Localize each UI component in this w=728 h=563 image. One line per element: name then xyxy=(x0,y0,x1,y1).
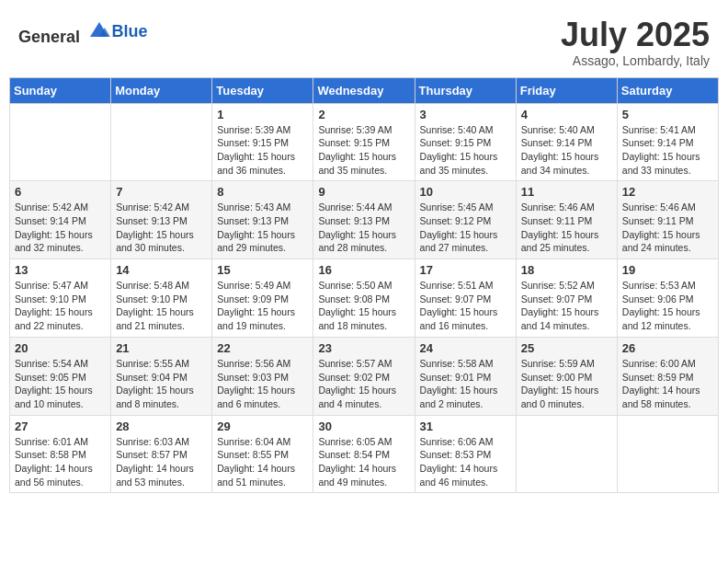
day-number: 24 xyxy=(420,341,511,355)
calendar-day: 1Sunrise: 5:39 AMSunset: 9:15 PMDaylight… xyxy=(212,103,313,181)
day-info: Sunrise: 5:49 AMSunset: 9:09 PMDaylight:… xyxy=(217,279,308,333)
calendar-day: 11Sunrise: 5:46 AMSunset: 9:11 PMDayligh… xyxy=(516,181,617,259)
day-info: Sunrise: 5:45 AMSunset: 9:12 PMDaylight:… xyxy=(420,201,511,255)
day-number: 19 xyxy=(622,263,713,277)
calendar-day: 26Sunrise: 6:00 AMSunset: 8:59 PMDayligh… xyxy=(617,337,718,415)
calendar-day: 8Sunrise: 5:43 AMSunset: 9:13 PMDaylight… xyxy=(212,181,313,259)
day-number: 16 xyxy=(318,263,409,277)
weekday-header: Friday xyxy=(516,77,617,103)
calendar-week: 27Sunrise: 6:01 AMSunset: 8:58 PMDayligh… xyxy=(10,415,719,493)
calendar-day: 31Sunrise: 6:06 AMSunset: 8:53 PMDayligh… xyxy=(415,415,516,493)
day-info: Sunrise: 5:48 AMSunset: 9:10 PMDaylight:… xyxy=(116,279,207,333)
weekday-header: Sunday xyxy=(10,77,111,103)
day-info: Sunrise: 5:59 AMSunset: 9:00 PMDaylight:… xyxy=(521,357,612,411)
calendar-day: 15Sunrise: 5:49 AMSunset: 9:09 PMDayligh… xyxy=(212,259,313,338)
day-info: Sunrise: 5:51 AMSunset: 9:07 PMDaylight:… xyxy=(420,279,511,333)
day-info: Sunrise: 5:43 AMSunset: 9:13 PMDaylight:… xyxy=(217,201,308,255)
calendar-day: 23Sunrise: 5:57 AMSunset: 9:02 PMDayligh… xyxy=(313,337,415,415)
day-info: Sunrise: 5:46 AMSunset: 9:11 PMDaylight:… xyxy=(521,201,612,255)
calendar-day: 21Sunrise: 5:55 AMSunset: 9:04 PMDayligh… xyxy=(111,337,212,415)
day-number: 13 xyxy=(15,263,106,277)
day-number: 31 xyxy=(420,419,511,433)
day-info: Sunrise: 5:56 AMSunset: 9:03 PMDaylight:… xyxy=(217,357,308,411)
day-number: 1 xyxy=(217,108,308,121)
calendar-day: 20Sunrise: 5:54 AMSunset: 9:05 PMDayligh… xyxy=(10,337,111,415)
logo-icon xyxy=(86,17,112,42)
calendar-week: 13Sunrise: 5:47 AMSunset: 9:10 PMDayligh… xyxy=(10,259,719,338)
calendar-day: 29Sunrise: 6:04 AMSunset: 8:55 PMDayligh… xyxy=(212,415,313,493)
calendar-day: 18Sunrise: 5:52 AMSunset: 9:07 PMDayligh… xyxy=(516,259,617,338)
day-info: Sunrise: 6:06 AMSunset: 8:53 PMDaylight:… xyxy=(420,435,511,489)
day-info: Sunrise: 5:57 AMSunset: 9:02 PMDaylight:… xyxy=(318,357,409,411)
page-header: General Blue July 2025 Assago, Lombardy,… xyxy=(9,9,719,72)
calendar-day: 19Sunrise: 5:53 AMSunset: 9:06 PMDayligh… xyxy=(617,259,718,338)
day-number: 28 xyxy=(116,419,207,433)
day-number: 27 xyxy=(15,419,106,433)
day-number: 25 xyxy=(521,341,612,355)
day-info: Sunrise: 5:55 AMSunset: 9:04 PMDaylight:… xyxy=(116,357,207,411)
day-info: Sunrise: 5:58 AMSunset: 9:01 PMDaylight:… xyxy=(420,357,511,411)
calendar-day: 25Sunrise: 5:59 AMSunset: 9:00 PMDayligh… xyxy=(516,337,617,415)
day-info: Sunrise: 6:03 AMSunset: 8:57 PMDaylight:… xyxy=(116,435,207,489)
day-number: 15 xyxy=(217,263,308,277)
day-number: 7 xyxy=(116,185,207,199)
calendar-day: 5Sunrise: 5:41 AMSunset: 9:14 PMDaylight… xyxy=(617,103,718,181)
calendar-week: 20Sunrise: 5:54 AMSunset: 9:05 PMDayligh… xyxy=(10,337,719,415)
weekday-header: Wednesday xyxy=(313,77,415,103)
day-number: 5 xyxy=(622,108,713,121)
day-number: 2 xyxy=(318,108,409,121)
day-info: Sunrise: 6:04 AMSunset: 8:55 PMDaylight:… xyxy=(217,435,308,489)
day-info: Sunrise: 5:52 AMSunset: 9:07 PMDaylight:… xyxy=(521,279,612,333)
day-info: Sunrise: 6:01 AMSunset: 8:58 PMDaylight:… xyxy=(15,435,106,489)
calendar-day: 17Sunrise: 5:51 AMSunset: 9:07 PMDayligh… xyxy=(415,259,516,338)
day-number: 12 xyxy=(622,185,713,199)
day-number: 29 xyxy=(217,419,308,433)
day-info: Sunrise: 5:40 AMSunset: 9:15 PMDaylight:… xyxy=(420,123,511,178)
calendar-day: 12Sunrise: 5:46 AMSunset: 9:11 PMDayligh… xyxy=(617,181,718,259)
day-number: 18 xyxy=(521,263,612,277)
title-area: July 2025 Assago, Lombardy, Italy xyxy=(561,17,710,68)
calendar-day: 6Sunrise: 5:42 AMSunset: 9:14 PMDaylight… xyxy=(10,181,111,259)
calendar-day: 10Sunrise: 5:45 AMSunset: 9:12 PMDayligh… xyxy=(415,181,516,259)
day-info: Sunrise: 5:44 AMSunset: 9:13 PMDaylight:… xyxy=(318,201,409,255)
day-number: 21 xyxy=(116,341,207,355)
calendar-day: 14Sunrise: 5:48 AMSunset: 9:10 PMDayligh… xyxy=(111,259,212,338)
logo-general: General xyxy=(18,28,80,46)
calendar-day: 2Sunrise: 5:39 AMSunset: 9:15 PMDaylight… xyxy=(313,103,415,181)
calendar-day xyxy=(617,415,718,493)
day-info: Sunrise: 5:50 AMSunset: 9:08 PMDaylight:… xyxy=(318,279,409,333)
calendar-day: 27Sunrise: 6:01 AMSunset: 8:58 PMDayligh… xyxy=(10,415,111,493)
calendar-day xyxy=(10,103,111,181)
logo-blue: Blue xyxy=(112,22,148,40)
day-number: 26 xyxy=(622,341,713,355)
day-number: 10 xyxy=(420,185,511,199)
day-info: Sunrise: 5:46 AMSunset: 9:11 PMDaylight:… xyxy=(622,201,713,255)
calendar-day xyxy=(516,415,617,493)
day-number: 14 xyxy=(116,263,207,277)
weekday-header: Thursday xyxy=(415,77,516,103)
day-info: Sunrise: 5:47 AMSunset: 9:10 PMDaylight:… xyxy=(15,279,106,333)
day-number: 8 xyxy=(217,185,308,199)
calendar-day: 22Sunrise: 5:56 AMSunset: 9:03 PMDayligh… xyxy=(212,337,313,415)
calendar-day: 30Sunrise: 6:05 AMSunset: 8:54 PMDayligh… xyxy=(313,415,415,493)
calendar-week: 6Sunrise: 5:42 AMSunset: 9:14 PMDaylight… xyxy=(10,181,719,259)
day-info: Sunrise: 5:42 AMSunset: 9:14 PMDaylight:… xyxy=(15,201,106,255)
day-number: 11 xyxy=(521,185,612,199)
weekday-header: Tuesday xyxy=(212,77,313,103)
calendar-day xyxy=(111,103,212,181)
day-number: 4 xyxy=(521,108,612,121)
day-number: 20 xyxy=(15,341,106,355)
day-number: 6 xyxy=(15,185,106,199)
weekday-header: Saturday xyxy=(617,77,718,103)
day-info: Sunrise: 5:54 AMSunset: 9:05 PMDaylight:… xyxy=(15,357,106,411)
calendar-week: 1Sunrise: 5:39 AMSunset: 9:15 PMDaylight… xyxy=(10,103,719,181)
day-info: Sunrise: 5:41 AMSunset: 9:14 PMDaylight:… xyxy=(622,123,713,178)
day-info: Sunrise: 5:40 AMSunset: 9:14 PMDaylight:… xyxy=(521,123,612,178)
day-number: 9 xyxy=(318,185,409,199)
day-number: 3 xyxy=(420,108,511,121)
calendar-day: 16Sunrise: 5:50 AMSunset: 9:08 PMDayligh… xyxy=(313,259,415,338)
month-title: July 2025 xyxy=(561,17,710,53)
day-info: Sunrise: 6:00 AMSunset: 8:59 PMDaylight:… xyxy=(622,357,713,411)
calendar-table: SundayMondayTuesdayWednesdayThursdayFrid… xyxy=(9,77,719,494)
day-number: 17 xyxy=(420,263,511,277)
